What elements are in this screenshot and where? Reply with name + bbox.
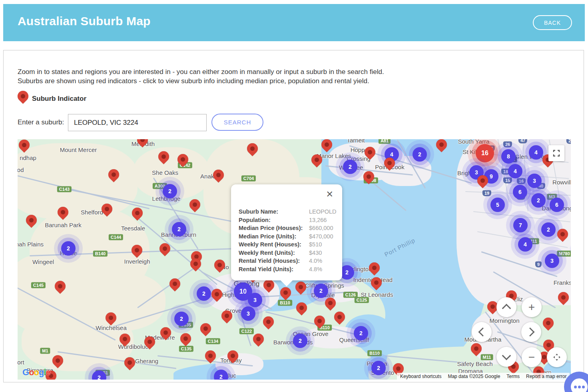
pan-mode-button[interactable]: [547, 347, 567, 367]
cluster-marker[interactable]: 6: [550, 198, 564, 212]
cluster-marker[interactable]: 2: [197, 286, 211, 301]
page-title: Australian Suburb Map: [18, 14, 151, 28]
suburb-pin[interactable]: [55, 204, 70, 220]
road-badge: M780: [557, 251, 571, 257]
suburb-pin[interactable]: [18, 139, 32, 153]
suburb-pin[interactable]: [212, 257, 227, 272]
cluster-marker[interactable]: 4: [518, 237, 532, 252]
suburb-pin[interactable]: [332, 309, 347, 324]
suburb-pin[interactable]: [103, 310, 118, 325]
cluster-marker[interactable]: 8: [501, 149, 516, 164]
suburb-pin[interactable]: [245, 141, 260, 156]
chevron-down-icon: [502, 351, 511, 360]
cluster-marker[interactable]: 2: [214, 370, 228, 380]
suburb-info-rows: Suburb Name:LEOPOLDPopulation:13,266Medi…: [239, 208, 338, 273]
back-button[interactable]: BACK: [533, 15, 572, 30]
cluster-marker[interactable]: 2: [314, 284, 328, 298]
map-place-label: Port Phillip: [383, 236, 416, 258]
cluster-marker[interactable]: 4: [508, 164, 522, 178]
cluster-marker[interactable]: 6: [513, 185, 527, 199]
suburb-pin[interactable]: [198, 321, 213, 336]
route-shield: 16: [517, 178, 526, 184]
cluster-marker[interactable]: 2: [172, 222, 186, 236]
suburb-pin[interactable]: [294, 300, 309, 315]
suburb-search-input[interactable]: [68, 114, 207, 131]
suburb-pin[interactable]: [50, 353, 65, 368]
cluster-marker[interactable]: 5: [490, 198, 505, 212]
suburb-pin[interactable]: [211, 167, 226, 182]
fullscreen-button[interactable]: [548, 145, 564, 161]
suburb-pin[interactable]: [129, 242, 144, 258]
cluster-marker[interactable]: 2: [343, 160, 357, 174]
suburb-pin[interactable]: [157, 241, 172, 256]
cluster-marker[interactable]: 7: [513, 218, 528, 232]
suburb-pin[interactable]: [319, 139, 334, 152]
suburb-pin[interactable]: [367, 260, 382, 275]
suburb-pin[interactable]: [278, 285, 293, 300]
cluster-marker[interactable]: 16: [476, 144, 494, 162]
road-badge: C134: [206, 338, 220, 344]
suburb-pin[interactable]: [556, 290, 571, 305]
google-logo[interactable]: Google: [22, 367, 50, 378]
cluster-marker[interactable]: 2: [61, 241, 76, 256]
suburb-pin[interactable]: [156, 149, 171, 164]
attribution-terms[interactable]: Terms: [503, 374, 523, 379]
suburb-pin[interactable]: [187, 197, 202, 212]
popup-row-label: Population:: [239, 217, 309, 223]
popup-row-value: LEOPOLD: [309, 208, 337, 215]
suburb-pin[interactable]: [555, 226, 570, 242]
cluster-marker[interactable]: 3: [527, 174, 542, 188]
road-badge: C122: [239, 328, 254, 334]
suburb-pin[interactable]: [209, 286, 224, 302]
popup-row-label: Median Price (Houses):: [239, 225, 309, 231]
cluster-marker[interactable]: 3: [248, 293, 262, 307]
cluster-marker[interactable]: 2: [174, 312, 189, 326]
road-badge: M11: [481, 354, 493, 360]
cluster-marker[interactable]: 2: [371, 361, 386, 375]
road-badge: B140: [93, 251, 108, 257]
suburb-pin[interactable]: [261, 314, 276, 329]
popup-row: Suburb Name:LEOPOLD: [239, 208, 338, 216]
suburb-pin[interactable]: [178, 331, 193, 346]
search-button[interactable]: SEARCH: [211, 114, 263, 131]
attribution-map-data-google: Map data ©2025 Google: [444, 374, 503, 379]
cluster-marker[interactable]: 3: [545, 254, 559, 268]
pan-right-button[interactable]: [521, 322, 541, 342]
cluster-marker[interactable]: 2: [531, 193, 546, 208]
map-place-label: Frankston: [554, 279, 571, 286]
map-place-label: Shelford: [81, 209, 103, 216]
popup-row-label: Weekly Rent (Units):: [239, 250, 309, 256]
suburb-pin[interactable]: [52, 278, 68, 294]
suburb-pin[interactable]: [24, 212, 39, 228]
popup-row-label: Rental Yield (Houses):: [239, 258, 309, 264]
attribution-keyboard-shortcuts[interactable]: Keyboard shortcuts: [397, 374, 444, 379]
cluster-marker[interactable]: 2: [163, 184, 177, 198]
cluster-marker[interactable]: 3: [241, 306, 255, 321]
suburb-pin[interactable]: [106, 167, 121, 182]
suburb-pin[interactable]: [540, 315, 556, 330]
zoom-in-button[interactable]: +: [522, 297, 542, 317]
cluster-marker[interactable]: 2: [541, 222, 556, 237]
cluster-marker[interactable]: 2: [293, 334, 307, 348]
zoom-out-button[interactable]: −: [522, 347, 542, 367]
popup-row-value: $470,000: [309, 233, 333, 240]
chevron-up-icon: [502, 304, 511, 313]
search-field-label: Enter a suburb:: [18, 118, 64, 126]
map-place-label: ood: [18, 166, 24, 173]
attribution-report-a-map-error[interactable]: Report a map error: [523, 374, 570, 379]
pan-up-button[interactable]: [496, 297, 516, 317]
pan-left-button[interactable]: [472, 322, 492, 342]
suburb-info-popup: ✕ Suburb Name:LEOPOLDPopulation:13,266Me…: [231, 184, 342, 280]
chevron-right-icon: [526, 328, 535, 337]
move-icon: [552, 353, 561, 362]
route-shield: 28: [566, 139, 571, 144]
suburb-pin[interactable]: [434, 139, 449, 152]
cluster-marker[interactable]: 4: [529, 145, 543, 160]
google-logo-letter: e: [46, 367, 50, 377]
close-icon[interactable]: ✕: [326, 190, 333, 199]
google-logo-letter: o: [34, 367, 39, 377]
cluster-marker[interactable]: 2: [413, 147, 427, 162]
cluster-marker[interactable]: 2: [354, 326, 368, 340]
pan-down-button[interactable]: [496, 347, 516, 367]
popup-row: Rental Yield (Units):4.8%: [239, 265, 338, 274]
